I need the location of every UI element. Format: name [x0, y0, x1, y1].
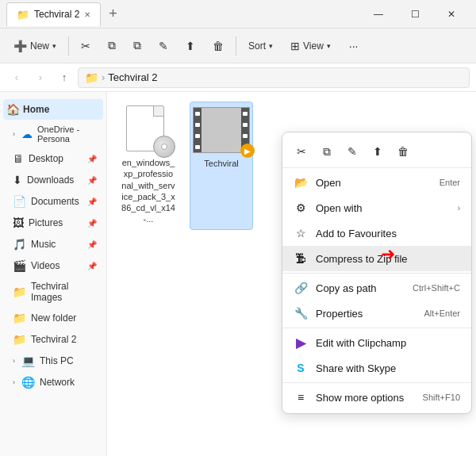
network-icon: 🌐 [21, 376, 35, 389]
ctx-share-button[interactable]: ⬆ [367, 140, 389, 163]
sidebar-home-label: Home [23, 104, 49, 115]
sort-button[interactable]: Sort ▾ [241, 36, 280, 56]
sidebar-documents-label: Documents [31, 196, 79, 207]
ctx-compress-label: Compress to Zip file [316, 253, 408, 265]
sidebar-item-new-folder[interactable]: 📁 New folder [3, 308, 103, 328]
video-file-label: Techviral [204, 158, 238, 169]
file-item-iso[interactable]: en_windows_xp_professional_with_service_… [117, 102, 180, 230]
tab-close-btn[interactable]: ✕ [84, 10, 90, 19]
new-button[interactable]: ➕ New ▾ [6, 36, 63, 56]
ctx-open-item[interactable]: 📂 Open Enter [282, 170, 471, 195]
iso-file-icon [125, 106, 172, 154]
film-strip-left [194, 108, 202, 152]
sidebar-item-techviral2[interactable]: 📁 Techviral 2 [3, 329, 103, 350]
rename-icon: ✎ [159, 40, 168, 52]
ctx-separator-2 [282, 328, 471, 328]
ctx-open-with-item[interactable]: ⚙ Open with › [282, 195, 471, 220]
toolbar: ➕ New ▾ ✂ ⧉ ⧉ ✎ ⬆ 🗑 Sort ▾ ⊞ View ▾ ··· [0, 29, 476, 63]
sidebar: 🏠 Home › ☁ OneDrive - Persona 🖥 Desktop … [0, 92, 107, 456]
ctx-open-with-label: Open with [316, 202, 363, 214]
videos-pin-icon: 📌 [87, 262, 97, 270]
techviral2-folder-icon: 📁 [13, 333, 26, 346]
minimize-btn[interactable]: — [360, 0, 397, 29]
context-toolbar: ✂ ⧉ ✎ ⬆ 🗑 [282, 136, 471, 168]
add-tab-btn[interactable]: + [104, 6, 122, 22]
ctx-copy-path-icon: 🔗 [294, 281, 308, 295]
ctx-favourites-item[interactable]: ☆ Add to Favourites [282, 220, 471, 246]
sort-label: Sort [248, 40, 266, 52]
music-pin-icon: 📌 [87, 240, 97, 249]
ctx-copy-path-label: Copy as path [316, 282, 377, 294]
ctx-skype-item[interactable]: S Share with Skype [282, 355, 471, 381]
ctx-properties-item[interactable]: 🔧 Properties Alt+Enter [282, 301, 471, 326]
context-menu: ✂ ⧉ ✎ ⬆ 🗑 📂 Open Enter [282, 132, 472, 414]
title-bar: 📁 Techviral 2 ✕ + — ☐ ✕ [0, 0, 476, 29]
ctx-more-options-shortcut: Shift+F10 [423, 393, 460, 402]
ctx-rename-icon: ✎ [347, 145, 357, 158]
share-icon: ⬆ [186, 40, 195, 52]
rename-button[interactable]: ✎ [152, 36, 175, 56]
sidebar-item-network[interactable]: › 🌐 Network [3, 372, 103, 393]
thispc-arrow-icon: › [13, 357, 15, 365]
ctx-favourites-icon: ☆ [294, 226, 308, 240]
sidebar-pictures-label: Pictures [29, 217, 63, 228]
sidebar-item-downloads[interactable]: ⬇ Downloads 📌 [3, 170, 103, 190]
breadcrumb-path: Techviral 2 [108, 71, 157, 83]
sidebar-videos-label: Videos [31, 260, 60, 271]
ctx-open-icon: 📂 [294, 175, 308, 190]
file-item-video[interactable]: ▶ Techviral [190, 102, 253, 230]
ctx-more-options-item[interactable]: ≡ Show more options Shift+F10 [282, 385, 471, 410]
film-hole [243, 123, 248, 127]
share-button[interactable]: ⬆ [178, 36, 202, 56]
breadcrumb[interactable]: 📁 › Techviral 2 [78, 67, 470, 88]
maximize-btn[interactable]: ☐ [397, 0, 433, 29]
cut-button[interactable]: ✂ [74, 36, 98, 56]
window-controls: — ☐ ✕ [360, 0, 470, 29]
ctx-skype-label: Share with Skype [316, 362, 396, 374]
sidebar-item-documents[interactable]: 📄 Documents 📌 [3, 191, 103, 212]
back-button[interactable]: ‹ [6, 67, 27, 88]
ctx-skype-icon: S [294, 361, 308, 375]
forward-button[interactable]: › [30, 67, 51, 88]
ctx-clipchamp-item[interactable]: ▶ Edit with Clipchamp [282, 330, 471, 355]
ctx-clipchamp-icon: ▶ [294, 335, 308, 350]
iso-disc-hole [161, 144, 167, 150]
sidebar-item-this-pc[interactable]: › 💻 This PC [3, 351, 103, 371]
copy-button[interactable]: ⧉ [101, 35, 123, 56]
breadcrumb-folder-icon: 📁 [85, 71, 98, 84]
ctx-cut-button[interactable]: ✂ [290, 140, 313, 163]
ctx-copy-path-item[interactable]: 🔗 Copy as path Ctrl+Shift+C [282, 275, 471, 301]
ctx-copy-path-shortcut: Ctrl+Shift+C [413, 283, 460, 293]
onedrive-icon: ☁ [21, 128, 33, 140]
ctx-rename-button[interactable]: ✎ [341, 140, 363, 163]
ctx-separator-3 [282, 382, 471, 383]
sidebar-onedrive-label: OneDrive - Persona [37, 125, 97, 144]
ctx-properties-icon: 🔧 [294, 306, 308, 320]
sidebar-item-home[interactable]: 🏠 Home [3, 99, 103, 120]
close-btn[interactable]: ✕ [433, 0, 470, 29]
delete-button[interactable]: 🗑 [205, 36, 231, 56]
paste-button[interactable]: ⧉ [126, 35, 148, 56]
sidebar-item-techviral-images[interactable]: 📁 Techviral Images [3, 277, 103, 307]
documents-icon: 📄 [13, 195, 26, 208]
onedrive-arrow-icon: › [13, 130, 15, 138]
sidebar-item-videos[interactable]: 🎬 Videos 📌 [3, 255, 103, 276]
view-button[interactable]: ⊞ View ▾ [283, 36, 338, 56]
sidebar-item-onedrive[interactable]: › ☁ OneDrive - Persona [3, 121, 103, 148]
cut-icon: ✂ [81, 40, 90, 52]
ctx-clipchamp-label: Edit with Clipchamp [316, 337, 406, 349]
techviral-images-icon: 📁 [13, 285, 26, 298]
sidebar-item-music[interactable]: 🎵 Music 📌 [3, 234, 103, 255]
tab-techviral2[interactable]: 📁 Techviral 2 ✕ [6, 2, 101, 26]
more-options-button[interactable]: ··· [344, 36, 363, 56]
ctx-compress-icon: 🗜 [294, 251, 308, 266]
ctx-delete-button[interactable]: 🗑 [392, 140, 414, 163]
sidebar-downloads-label: Downloads [27, 174, 74, 186]
up-button[interactable]: ↑ [54, 67, 75, 88]
sidebar-item-desktop[interactable]: 🖥 Desktop 📌 [3, 148, 103, 169]
sidebar-item-pictures[interactable]: 🖼 Pictures 📌 [3, 213, 103, 233]
ctx-compress-item[interactable]: 🗜 Compress to Zip file [282, 246, 471, 271]
ctx-copy-button[interactable]: ⧉ [316, 140, 338, 163]
ctx-favourites-label: Add to Favourites [316, 228, 397, 239]
pictures-icon: 🖼 [13, 217, 24, 229]
